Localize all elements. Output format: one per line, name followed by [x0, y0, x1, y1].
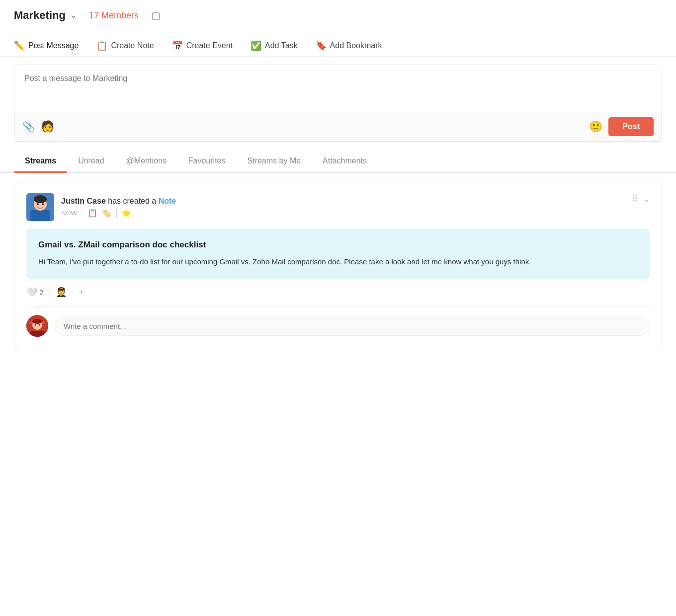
- add-task-button[interactable]: ✅ Add Task: [251, 40, 298, 51]
- tab-mentions[interactable]: @Mentions: [115, 150, 177, 172]
- channel-name: Marketing: [14, 9, 66, 22]
- svg-point-5: [42, 203, 44, 205]
- tab-attachments[interactable]: Attachments: [312, 150, 378, 172]
- chat-bubble-icon[interactable]: ▢: [151, 9, 161, 21]
- post-message-label: Post Message: [28, 41, 79, 50]
- create-note-icon: 📋: [96, 40, 107, 51]
- tab-favourites-label: Favourites: [188, 156, 226, 165]
- svg-point-10: [35, 324, 36, 326]
- reactions-bar: 🤍 2 · 🧑‍✈️ · +: [26, 287, 650, 298]
- top-header: Marketing ⌄ · 17 Members · ▢: [0, 0, 676, 31]
- star-icon[interactable]: ⭐: [121, 208, 131, 218]
- tab-favourites[interactable]: Favourites: [177, 150, 237, 172]
- post-card: Justin Case has created a Note NOW · 📋 🏷…: [14, 183, 662, 347]
- tabs-bar: Streams Unread @Mentions Favourites Stre…: [0, 150, 676, 173]
- members-count[interactable]: 17 Members: [89, 10, 139, 21]
- comment-avatar: [26, 315, 48, 337]
- compose-right-tools: 🙂 Post: [589, 117, 654, 136]
- chevron-down-icon[interactable]: ⌄: [71, 11, 77, 19]
- separator: ·: [82, 10, 84, 21]
- stream-content: Justin Case has created a Note NOW · 📋 🏷…: [0, 173, 676, 357]
- compose-area: 📎 🧑 🙂 Post: [14, 65, 662, 142]
- create-note-label: Create Note: [111, 41, 154, 50]
- tab-streams-by-me-label: Streams by Me: [248, 156, 301, 165]
- create-event-label: Create Event: [186, 41, 233, 50]
- more-options-icon[interactable]: ⠿: [632, 193, 638, 204]
- svg-point-3: [34, 195, 47, 203]
- add-task-label: Add Task: [265, 41, 298, 50]
- add-bookmark-icon: 🔖: [316, 40, 327, 51]
- separator: ·: [144, 10, 146, 21]
- note-icon[interactable]: 📋: [87, 208, 97, 218]
- post-header: Justin Case has created a Note NOW · 📋 🏷…: [26, 193, 650, 221]
- note-card: Gmail vs. ZMail comparison doc checklist…: [26, 229, 650, 279]
- toolbar: ✏️ Post Message 📋 Create Note 📅 Create E…: [0, 31, 676, 57]
- add-bookmark-label: Add Bookmark: [330, 41, 382, 50]
- comment-input[interactable]: [54, 316, 650, 336]
- post-action-text: has created a: [108, 197, 156, 205]
- post-note-link[interactable]: Note: [159, 197, 176, 205]
- avatar: [26, 193, 54, 221]
- tab-streams[interactable]: Streams: [14, 150, 67, 172]
- tab-attachments-label: Attachments: [323, 156, 367, 165]
- compose-footer-left: 📎 🧑: [22, 120, 54, 133]
- tab-streams-by-me[interactable]: Streams by Me: [237, 150, 312, 172]
- create-event-button[interactable]: 📅 Create Event: [172, 40, 233, 51]
- post-time: NOW: [61, 209, 77, 217]
- mention-icon[interactable]: 🧑: [41, 120, 54, 133]
- note-title: Gmail vs. ZMail comparison doc checklist: [38, 240, 638, 250]
- like-reaction[interactable]: 🤍 2: [26, 287, 43, 298]
- tab-unread-label: Unread: [78, 156, 104, 165]
- heart-icon: 🤍: [26, 287, 37, 298]
- svg-point-11: [39, 324, 40, 326]
- comment-area: [26, 307, 650, 337]
- post-author-line: Justin Case has created a Note: [61, 197, 176, 206]
- like-count: 2: [39, 288, 43, 297]
- note-body: Hi Team, I've put together a to-do list …: [38, 256, 638, 268]
- reaction-sep2: ·: [72, 288, 74, 297]
- post-header-right: ⠿ ⌄: [632, 193, 650, 204]
- person-x-icon[interactable]: 🧑‍✈️: [56, 287, 67, 298]
- post-message-icon: ✏️: [14, 40, 25, 51]
- svg-point-4: [37, 203, 39, 205]
- add-task-icon: ✅: [251, 40, 261, 51]
- post-time-line: NOW · 📋 🏷️ | ⭐: [61, 208, 176, 218]
- create-note-button[interactable]: 📋 Create Note: [96, 40, 154, 51]
- tab-unread[interactable]: Unread: [67, 150, 115, 172]
- emoji-icon[interactable]: 🙂: [589, 120, 602, 133]
- svg-rect-1: [30, 210, 50, 221]
- add-bookmark-button[interactable]: 🔖 Add Bookmark: [316, 40, 382, 51]
- post-message-button[interactable]: ✏️ Post Message: [14, 40, 79, 51]
- attach-icon[interactable]: 📎: [22, 121, 35, 133]
- post-header-left: Justin Case has created a Note NOW · 📋 🏷…: [26, 193, 176, 221]
- tab-mentions-label: @Mentions: [126, 156, 167, 165]
- add-reaction-button[interactable]: +: [79, 287, 84, 298]
- post-meta: Justin Case has created a Note NOW · 📋 🏷…: [61, 197, 176, 218]
- tag-icon[interactable]: 🏷️: [101, 208, 111, 218]
- message-input[interactable]: [14, 65, 662, 110]
- tab-streams-label: Streams: [25, 156, 56, 165]
- reaction-sep: ·: [48, 288, 50, 297]
- svg-point-9: [32, 319, 42, 324]
- svg-rect-12: [30, 331, 44, 337]
- create-event-icon: 📅: [172, 40, 183, 51]
- compose-footer: 📎 🧑 🙂 Post: [14, 112, 662, 141]
- post-button[interactable]: Post: [608, 117, 654, 136]
- collapse-icon[interactable]: ⌄: [643, 194, 650, 204]
- post-author-name: Justin Case: [61, 197, 106, 205]
